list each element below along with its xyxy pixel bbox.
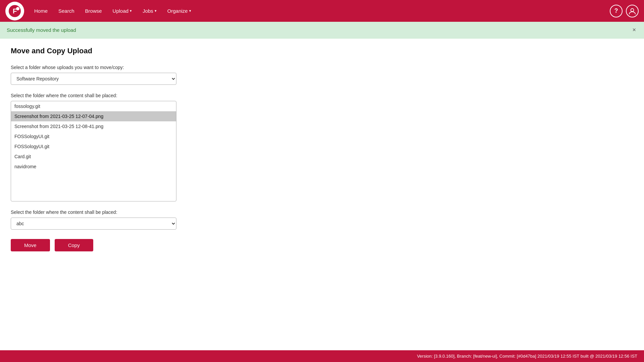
nav-jobs[interactable]: Jobs ▾ — [138, 5, 161, 16]
nav-home[interactable]: Home — [30, 5, 52, 16]
nav-search[interactable]: Search — [54, 5, 79, 16]
footer: Version: [3.9.0.160], Branch: [feat/new-… — [0, 350, 644, 362]
source-folder-label: Select a folder whose uploads you want t… — [11, 65, 633, 70]
user-button[interactable] — [626, 5, 639, 17]
action-buttons: Move Copy — [11, 239, 633, 251]
list-item[interactable]: FOSSologyUI.git — [11, 141, 176, 152]
source-folder-section: Select a folder whose uploads you want t… — [11, 65, 633, 85]
organize-dropdown-arrow: ▾ — [189, 9, 191, 13]
source-folder-select[interactable]: Software Repository abc Other — [11, 73, 176, 85]
copy-button[interactable]: Copy — [55, 239, 93, 251]
listbox-label: Select the folder where the content shal… — [11, 93, 633, 98]
move-button[interactable]: Move — [11, 239, 50, 251]
content-listbox[interactable]: fossology.gitScreenshot from 2021-03-25 … — [11, 101, 176, 201]
logo-icon: F — [5, 2, 24, 20]
destination-folder-select[interactable]: abc Software Repository Other — [11, 218, 176, 230]
svg-point-2 — [16, 7, 19, 10]
upload-dropdown-arrow: ▾ — [130, 9, 132, 13]
destination-folder-section: Select the folder where the content shal… — [11, 209, 633, 230]
footer-text: Version: [3.9.0.160], Branch: [feat/new-… — [417, 354, 637, 359]
destination-folder-label: Select the folder where the content shal… — [11, 209, 633, 215]
list-item[interactable]: Screenshot from 2021-03-25 12-07-04.png — [11, 111, 176, 121]
list-item[interactable]: Card.git — [11, 152, 176, 162]
logo[interactable]: F — [5, 2, 24, 20]
svg-point-3 — [631, 8, 634, 11]
alert-message: Successfully moved the upload — [7, 27, 76, 33]
alert-close-button[interactable]: × — [631, 26, 637, 34]
nav-upload[interactable]: Upload ▾ — [108, 5, 137, 16]
list-item[interactable]: FOSSologyUI.git — [11, 131, 176, 141]
listbox-section: Select the folder where the content shal… — [11, 93, 633, 201]
nav-organize[interactable]: Organize ▾ — [163, 5, 196, 16]
list-item[interactable]: Screenshot from 2021-03-25 12-08-41.png — [11, 121, 176, 131]
success-alert: Successfully moved the upload × — [0, 22, 644, 39]
nav-links: Home Search Browse Upload ▾ Jobs ▾ Organ… — [30, 5, 610, 16]
list-item[interactable]: navidrome — [11, 162, 176, 172]
navbar: F Home Search Browse Upload ▾ Jobs ▾ Org… — [0, 0, 644, 22]
jobs-dropdown-arrow: ▾ — [155, 9, 157, 13]
page-title: Move and Copy Upload — [11, 47, 633, 55]
main-content: Move and Copy Upload Select a folder who… — [0, 39, 644, 350]
nav-right: ? — [610, 5, 639, 17]
list-item[interactable]: fossology.git — [11, 101, 176, 111]
help-button[interactable]: ? — [610, 5, 623, 17]
nav-browse[interactable]: Browse — [80, 5, 107, 16]
